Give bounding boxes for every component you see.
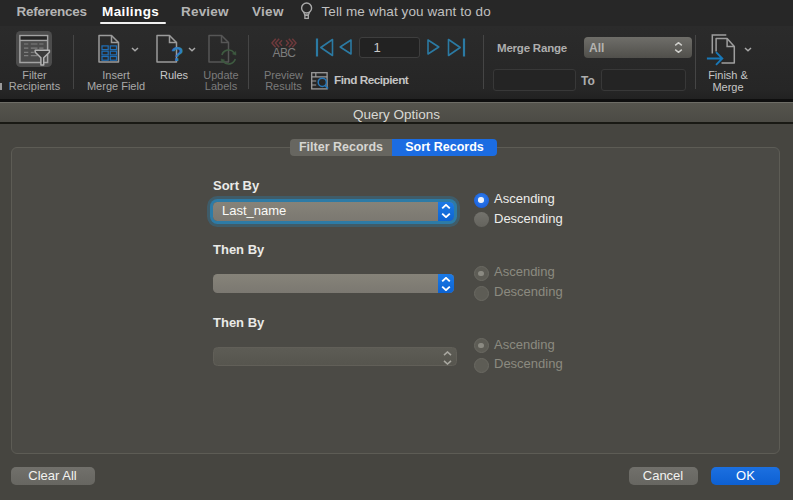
svg-text:?: ? xyxy=(171,42,184,65)
